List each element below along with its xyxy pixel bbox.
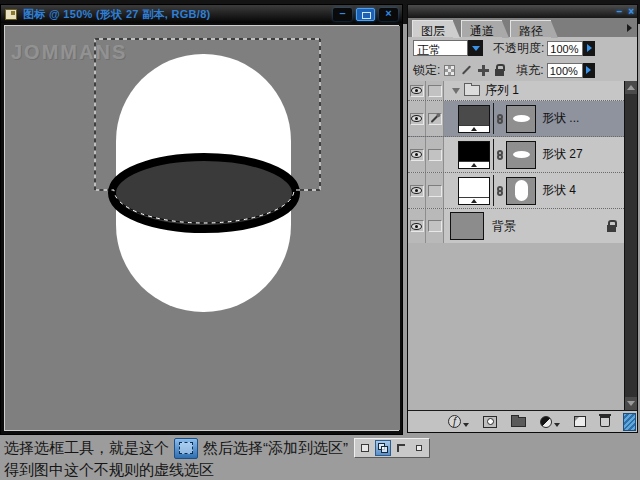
shape-row-content[interactable]: 形状 ... bbox=[444, 101, 624, 136]
palette-resize-grip[interactable] bbox=[623, 413, 636, 431]
document-titlebar[interactable]: 图标 @ 150% (形状 27 副本, RGB/8) – × bbox=[1, 5, 402, 23]
shape-row-content[interactable]: 形状 27 bbox=[444, 137, 624, 172]
layer-row-shape4[interactable]: 形状 4 bbox=[408, 173, 624, 209]
layer-name[interactable]: 形状 27 bbox=[542, 146, 583, 163]
vector-mask-thumbnail[interactable] bbox=[506, 177, 536, 205]
palette-titlebar[interactable]: – × bbox=[408, 5, 637, 18]
layer-thumbnail[interactable] bbox=[458, 105, 490, 133]
scroll-down-button[interactable] bbox=[625, 397, 638, 410]
eye-icon[interactable] bbox=[411, 115, 422, 122]
layer-row-group[interactable]: 序列 1 bbox=[408, 81, 624, 101]
folder-icon bbox=[464, 85, 480, 96]
caption-line-2: 得到图中这个不规则的虚线选区 bbox=[4, 461, 444, 480]
add-mask-icon bbox=[483, 416, 497, 428]
blend-mode-row: 正常 不透明度: 100% bbox=[408, 37, 637, 59]
layer-name[interactable]: 形状 ... bbox=[542, 110, 579, 127]
new-group-folder-icon bbox=[511, 417, 526, 427]
layer-name[interactable]: 序列 1 bbox=[485, 82, 519, 99]
link-cell[interactable] bbox=[426, 137, 444, 172]
subtract-from-selection-button[interactable] bbox=[393, 440, 409, 456]
shape-row-content[interactable]: 形状 4 bbox=[444, 173, 624, 208]
visibility-cell[interactable] bbox=[408, 81, 426, 100]
eye-icon[interactable] bbox=[411, 87, 422, 94]
arrow-down-icon bbox=[627, 401, 635, 406]
palette-minimize-button[interactable]: – bbox=[617, 7, 623, 17]
link-chain-icon[interactable] bbox=[497, 150, 503, 160]
lock-position-icon[interactable] bbox=[478, 65, 489, 76]
new-adjustment-layer-button[interactable] bbox=[540, 416, 560, 428]
opacity-arrow-button[interactable] bbox=[583, 41, 595, 56]
eye-icon[interactable] bbox=[411, 187, 422, 194]
opacity-field[interactable]: 100% bbox=[547, 41, 583, 56]
layer-locked-icon bbox=[607, 225, 616, 232]
document-icon bbox=[5, 9, 17, 20]
layer-row-selected[interactable]: 形状 ... bbox=[408, 101, 624, 137]
background-row-content[interactable]: 背景 bbox=[444, 209, 624, 243]
eye-icon[interactable] bbox=[411, 151, 422, 158]
minimize-button[interactable]: – bbox=[333, 8, 352, 21]
link-cell[interactable] bbox=[426, 101, 444, 136]
tab-paths[interactable]: 路径 bbox=[510, 20, 551, 37]
caption-line-1: 选择选框工具，就是这个 然后选择“添加到选区” bbox=[4, 436, 444, 460]
divider bbox=[493, 103, 494, 134]
lock-options bbox=[444, 65, 504, 76]
tutorial-caption: 选择选框工具，就是这个 然后选择“添加到选区” 得到图中这个不规则的虚线选区 bbox=[4, 436, 444, 480]
canvas-area[interactable]: JOMMANS JOMMANS bbox=[4, 25, 399, 431]
visibility-cell[interactable] bbox=[408, 173, 426, 208]
scroll-up-button[interactable] bbox=[625, 81, 638, 94]
layer-thumbnail[interactable] bbox=[450, 212, 484, 240]
fill-field[interactable]: 100% bbox=[547, 63, 583, 78]
disclosure-triangle-icon[interactable] bbox=[452, 88, 460, 94]
new-layer-button[interactable] bbox=[574, 416, 586, 427]
vector-mask-thumbnail[interactable] bbox=[506, 141, 536, 169]
layers-list: 序列 1 形状 ... bbox=[408, 81, 637, 410]
blend-mode-value[interactable]: 正常 bbox=[413, 40, 468, 56]
tab-channels[interactable]: 通道 bbox=[461, 20, 502, 37]
lock-paint-icon[interactable] bbox=[462, 65, 471, 74]
chevron-down-icon bbox=[554, 423, 560, 427]
palette-close-button[interactable]: × bbox=[628, 7, 634, 17]
link-chain-icon[interactable] bbox=[497, 114, 503, 124]
lock-all-icon[interactable] bbox=[495, 69, 504, 76]
add-layer-mask-button[interactable] bbox=[483, 416, 497, 428]
link-cell[interactable] bbox=[426, 209, 444, 243]
tab-layers[interactable]: 图层 bbox=[412, 20, 453, 37]
visibility-cell[interactable] bbox=[408, 137, 426, 172]
rectangular-marquee-tool-icon[interactable] bbox=[174, 438, 198, 459]
palette-menu-arrow-icon[interactable] bbox=[627, 24, 632, 32]
vector-mask-thumbnail[interactable] bbox=[506, 105, 536, 133]
intersect-selection-icon bbox=[416, 445, 422, 451]
eye-icon[interactable] bbox=[411, 223, 422, 230]
blend-mode-dropdown[interactable]: 正常 bbox=[413, 40, 483, 56]
add-to-selection-icon bbox=[378, 443, 388, 453]
add-to-selection-button[interactable] bbox=[375, 440, 391, 456]
layer-thumbnail[interactable] bbox=[458, 177, 490, 205]
link-cell[interactable] bbox=[426, 173, 444, 208]
layer-thumbnail[interactable] bbox=[458, 141, 490, 169]
visibility-cell[interactable] bbox=[408, 209, 426, 243]
intersect-selection-button[interactable] bbox=[411, 440, 427, 456]
restore-button[interactable] bbox=[356, 8, 375, 21]
lock-transparency-icon[interactable] bbox=[444, 65, 455, 76]
trash-icon bbox=[600, 416, 610, 427]
blend-mode-arrow-button[interactable] bbox=[468, 40, 483, 56]
delete-layer-button[interactable] bbox=[600, 416, 610, 427]
new-selection-button[interactable] bbox=[357, 440, 373, 456]
layer-name[interactable]: 形状 4 bbox=[542, 182, 576, 199]
link-cell[interactable] bbox=[426, 81, 444, 100]
subtract-from-selection-icon bbox=[397, 444, 405, 452]
link-chain-icon[interactable] bbox=[497, 186, 503, 196]
lock-label: 锁定: bbox=[413, 62, 440, 79]
close-button[interactable]: × bbox=[379, 8, 398, 21]
layer-style-button[interactable]: ƒ bbox=[448, 415, 469, 428]
new-layer-icon bbox=[574, 416, 586, 427]
fill-arrow-button[interactable] bbox=[583, 63, 595, 78]
layer-row-background[interactable]: 背景 bbox=[408, 209, 624, 243]
group-row-content[interactable]: 序列 1 bbox=[444, 81, 624, 100]
layer-name[interactable]: 背景 bbox=[492, 218, 516, 235]
new-group-button[interactable] bbox=[511, 417, 526, 427]
layers-scrollbar[interactable] bbox=[624, 81, 637, 410]
chevron-right-icon bbox=[586, 66, 591, 74]
visibility-cell[interactable] bbox=[408, 101, 426, 136]
layer-row-shape27[interactable]: 形状 27 bbox=[408, 137, 624, 173]
